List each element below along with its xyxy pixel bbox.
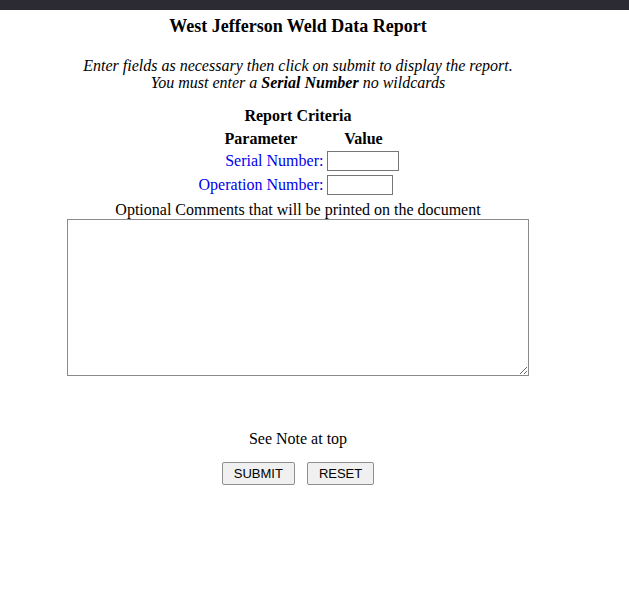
reset-button[interactable]: RESET [307,462,374,485]
instructions: Enter fields as necessary then click on … [0,57,596,91]
operation-number-label: Operation Number: [197,174,326,196]
submit-button[interactable]: SUBMIT [222,462,295,485]
serial-number-label: Serial Number: [197,150,326,172]
serial-number-emphasis: Serial Number [261,74,358,91]
page-title: West Jefferson Weld Data Report [0,16,596,37]
see-note-text: See Note at top [0,430,596,448]
comments-textarea[interactable] [67,219,529,376]
criteria-table: Report Criteria Parameter Value Serial N… [195,107,402,198]
operation-number-row: Operation Number: [197,174,400,196]
form-buttons: SUBMIT RESET [0,462,596,485]
top-dark-bar [0,0,629,10]
criteria-heading: Report Criteria [195,107,402,128]
comments-label: Optional Comments that will be printed o… [0,201,596,219]
operation-number-input[interactable] [327,175,393,195]
weld-data-report-form: West Jefferson Weld Data Report Enter fi… [0,16,596,485]
instructions-line-1: Enter fields as necessary then click on … [0,57,596,74]
column-header-parameter: Parameter [197,130,326,148]
serial-number-input[interactable] [327,151,399,171]
serial-number-row: Serial Number: [197,150,400,172]
column-header-value: Value [327,130,399,148]
instructions-line-2: You must enter a Serial Number no wildca… [0,74,596,91]
criteria-header-row: Parameter Value [197,130,400,148]
